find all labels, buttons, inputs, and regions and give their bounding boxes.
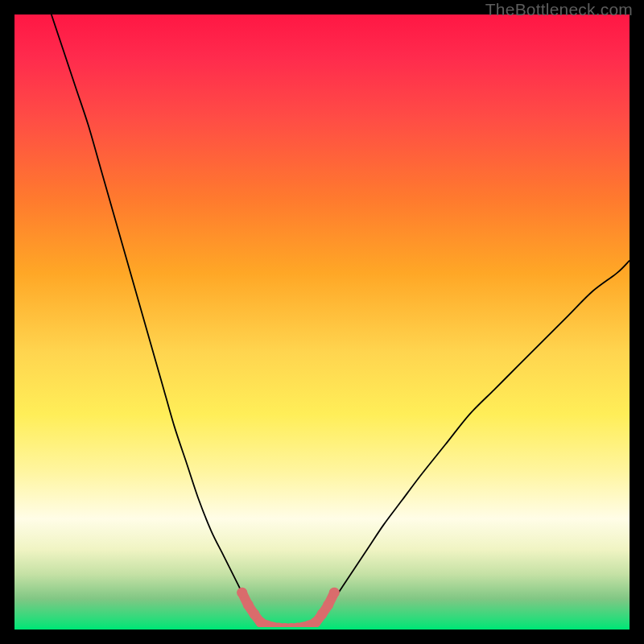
chart-frame: TheBottleneck.com	[0, 0, 644, 644]
marker-dot	[317, 609, 328, 619]
watermark-text: TheBottleneck.com	[485, 0, 633, 19]
marker-dot	[237, 588, 247, 598]
left-curve-line	[52, 14, 261, 622]
marker-dot	[323, 600, 333, 610]
right-curve-line	[316, 261, 630, 622]
chart-plot-area	[14, 14, 630, 630]
marker-dot	[243, 600, 254, 610]
baseline-indicator	[14, 627, 630, 630]
chart-svg	[14, 14, 630, 630]
marker-dot	[329, 588, 340, 598]
